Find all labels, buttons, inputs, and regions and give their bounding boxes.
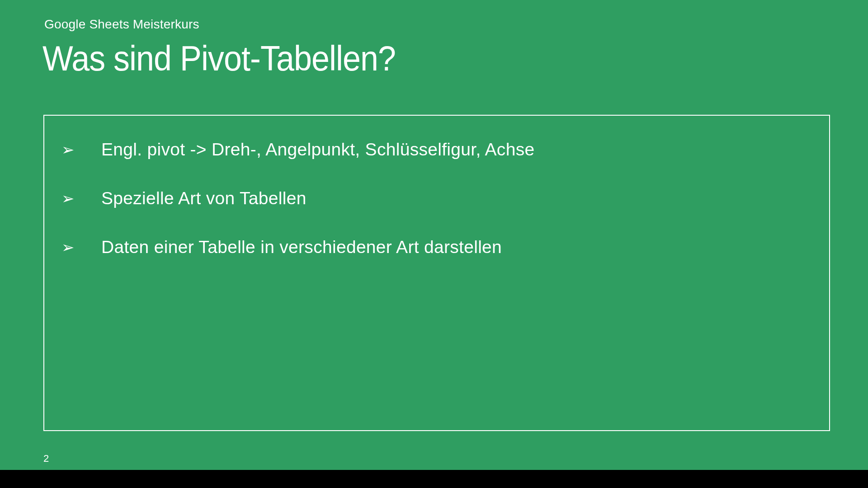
content-box: ➢ Engl. pivot -> Dreh-, Angelpunkt, Schl…: [43, 115, 830, 431]
chevron-bullet-icon: ➢: [61, 188, 101, 209]
bullet-list: ➢ Engl. pivot -> Dreh-, Angelpunkt, Schl…: [61, 139, 813, 258]
bullet-text: Daten einer Tabelle in verschiedener Art…: [101, 237, 813, 258]
chevron-bullet-icon: ➢: [61, 237, 101, 258]
list-item: ➢ Engl. pivot -> Dreh-, Angelpunkt, Schl…: [61, 139, 813, 160]
page-number: 2: [43, 453, 49, 465]
slide-subtitle: Google Sheets Meisterkurs: [44, 17, 868, 32]
bottom-bar: [0, 470, 868, 488]
list-item: ➢ Spezielle Art von Tabellen: [61, 188, 813, 209]
bullet-text: Engl. pivot -> Dreh-, Angelpunkt, Schlüs…: [101, 139, 813, 160]
list-item: ➢ Daten einer Tabelle in verschiedener A…: [61, 237, 813, 258]
presentation-slide: Google Sheets Meisterkurs Was sind Pivot…: [0, 0, 868, 470]
bullet-text: Spezielle Art von Tabellen: [101, 188, 813, 209]
slide-title: Was sind Pivot-Tabellen?: [42, 38, 802, 79]
chevron-bullet-icon: ➢: [61, 139, 101, 160]
